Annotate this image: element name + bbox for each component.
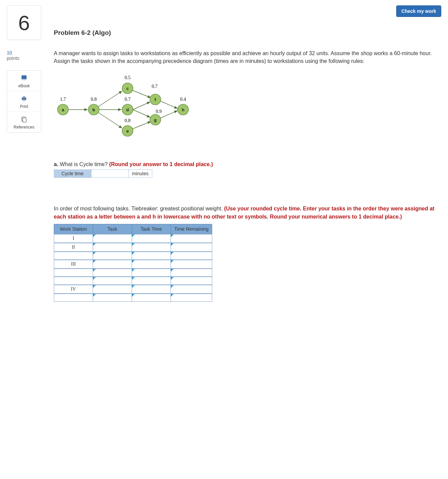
input-marker-icon: [93, 243, 96, 246]
svg-text:0.7: 0.7: [152, 84, 158, 89]
time-remaining-input[interactable]: [171, 285, 212, 294]
time-remaining-input[interactable]: [171, 252, 212, 260]
tool-print[interactable]: Print: [7, 91, 41, 112]
references-icon: [20, 115, 28, 123]
svg-text:c: c: [126, 86, 129, 91]
input-marker-icon: [132, 294, 135, 297]
problem-prompt: A manager wants to assign tasks to works…: [54, 49, 441, 65]
task-time-input[interactable]: [132, 234, 171, 243]
points-label: points: [7, 55, 19, 61]
input-marker-icon: [93, 294, 96, 297]
input-marker-icon: [171, 260, 174, 263]
svg-line-14: [133, 110, 150, 117]
input-marker-icon: [171, 269, 174, 272]
svg-line-16: [160, 101, 178, 109]
workstation-label: I: [54, 234, 93, 243]
cycle-time-input[interactable]: [91, 170, 129, 178]
input-marker-icon: [132, 260, 135, 263]
svg-text:f: f: [155, 97, 156, 102]
col-task-time: Task Time: [132, 224, 171, 234]
tool-label: References: [14, 125, 34, 130]
svg-rect-7: [23, 118, 26, 122]
svg-rect-4: [23, 99, 25, 101]
input-marker-icon: [93, 285, 96, 288]
table-row: IV: [54, 285, 212, 294]
input-marker-icon: [171, 234, 174, 237]
tool-references[interactable]: References: [7, 112, 41, 132]
workstation-label: [54, 277, 93, 285]
input-marker-icon: [132, 234, 135, 237]
task-time-input[interactable]: [132, 294, 171, 302]
cycle-time-label: Cycle time: [54, 170, 91, 178]
task-time-input[interactable]: [132, 277, 171, 285]
tool-ebook[interactable]: eBook: [7, 71, 41, 91]
task-input[interactable]: [93, 277, 132, 285]
task-input[interactable]: [93, 260, 132, 269]
input-marker-icon: [93, 234, 96, 237]
svg-text:b: b: [92, 107, 95, 112]
table-row: II: [54, 243, 212, 252]
points-value: 10: [7, 50, 12, 55]
svg-line-17: [160, 111, 178, 118]
col-time-remaining: Time Remaining: [171, 224, 212, 234]
task-input[interactable]: [93, 269, 132, 277]
svg-text:d: d: [126, 107, 129, 112]
task-input[interactable]: [93, 243, 132, 252]
svg-line-15: [132, 121, 151, 129]
input-marker-icon: [132, 285, 135, 288]
task-input[interactable]: [93, 294, 132, 302]
workstation-label: [54, 269, 93, 277]
svg-line-12: [132, 90, 151, 98]
points-display: 10 points: [7, 50, 46, 61]
svg-text:e: e: [126, 129, 129, 134]
time-remaining-input[interactable]: [171, 234, 212, 243]
input-marker-icon: [171, 252, 174, 255]
time-remaining-input[interactable]: [171, 294, 212, 302]
input-marker-icon: [171, 277, 174, 280]
precedence-diagram: a 1.7 b 0.8 c 0.5 d 0.7 e 0.8 f 0.7 g 0.…: [54, 72, 441, 141]
svg-text:0.7: 0.7: [125, 97, 131, 102]
svg-text:g: g: [154, 117, 157, 122]
task-input[interactable]: [93, 252, 132, 260]
table-row: [54, 294, 212, 302]
table-row: [54, 269, 212, 277]
svg-rect-0: [22, 75, 27, 80]
time-remaining-input[interactable]: [171, 269, 212, 277]
workstation-label: III: [54, 260, 93, 269]
svg-text:a: a: [62, 107, 64, 112]
svg-text:1.7: 1.7: [60, 97, 66, 102]
svg-line-9: [98, 91, 122, 107]
input-marker-icon: [93, 260, 96, 263]
task-input[interactable]: [93, 234, 132, 243]
svg-text:0.4: 0.4: [180, 97, 186, 102]
input-marker-icon: [171, 294, 174, 297]
check-my-work-button[interactable]: Check my work: [396, 5, 441, 17]
problem-title: Problem 6-2 (Algo): [54, 29, 441, 37]
printer-icon: [20, 95, 28, 102]
input-marker-icon: [93, 277, 96, 280]
svg-text:0.5: 0.5: [125, 75, 131, 80]
workstation-label: II: [54, 243, 93, 252]
tool-label: Print: [20, 104, 28, 109]
input-marker-icon: [132, 277, 135, 280]
task-time-input[interactable]: [132, 260, 171, 269]
time-remaining-input[interactable]: [171, 260, 212, 269]
svg-rect-3: [23, 96, 25, 98]
workstation-label: [54, 252, 93, 260]
svg-line-11: [98, 113, 122, 128]
time-remaining-input[interactable]: [171, 243, 212, 252]
task-time-input[interactable]: [132, 252, 171, 260]
time-remaining-input[interactable]: [171, 277, 212, 285]
task-time-input[interactable]: [132, 243, 171, 252]
table-row: I: [54, 234, 212, 243]
cycle-time-unit: minutes: [129, 170, 152, 178]
task-input[interactable]: [93, 285, 132, 294]
workstation-label: [54, 294, 93, 302]
input-marker-icon: [171, 243, 174, 246]
tool-label: eBook: [18, 84, 30, 88]
input-marker-icon: [171, 285, 174, 288]
svg-text:0.8: 0.8: [125, 118, 131, 123]
task-time-input[interactable]: [132, 285, 171, 294]
input-marker-icon: [132, 269, 135, 272]
task-time-input[interactable]: [132, 269, 171, 277]
